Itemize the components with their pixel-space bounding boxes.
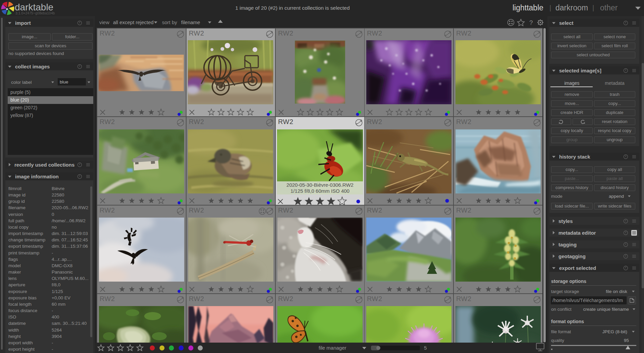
svg-text:file manager: file manager <box>319 345 346 351</box>
svg-text:?: ? <box>529 19 533 26</box>
svg-text:2020-05-30-Bièvre-0306.RW2: 2020-05-30-Bièvre-0306.RW2 <box>286 182 354 188</box>
svg-text:5: 5 <box>424 345 427 351</box>
